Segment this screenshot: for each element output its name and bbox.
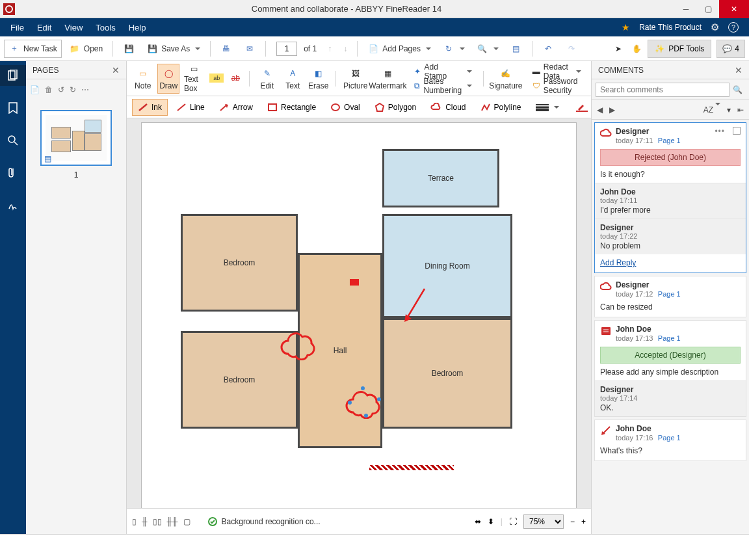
open-button[interactable]: 📁Open: [64, 40, 107, 58]
more-icon[interactable]: •••: [715, 127, 725, 136]
email-button[interactable]: ✉: [239, 40, 260, 58]
comment-page[interactable]: Page 1: [658, 290, 681, 298]
comment-page[interactable]: Page 1: [658, 334, 681, 342]
page-thumbnail[interactable]: ▤: [41, 111, 111, 165]
page-up-button[interactable]: ↑: [323, 40, 336, 58]
menu-tools[interactable]: Tools: [89, 20, 122, 35]
annotation-cloud-2[interactable]: [343, 383, 386, 419]
nav-pages[interactable]: [0, 65, 26, 86]
new-task-button[interactable]: ＋New Task: [4, 40, 62, 58]
note-tool[interactable]: ▭Note: [132, 64, 153, 94]
polygon-tool[interactable]: Polygon: [369, 99, 422, 116]
close-icon[interactable]: ✕: [735, 65, 742, 75]
edit-tool[interactable]: ✎Edit: [256, 64, 278, 94]
view-continuous-icon[interactable]: ╫: [142, 517, 148, 526]
rotate-button[interactable]: ↻: [438, 40, 469, 58]
saveas-button[interactable]: 💾Save As: [142, 40, 205, 58]
redo-button[interactable]: ↷: [561, 40, 582, 58]
signature-tool[interactable]: ✍Signature: [490, 64, 521, 94]
nav-attachments[interactable]: [0, 163, 26, 183]
next-comment-button[interactable]: ▶: [609, 105, 615, 114]
comments-button[interactable]: 💬4: [716, 40, 745, 58]
undo-button[interactable]: ↶: [538, 40, 558, 58]
erase-tool[interactable]: ◧Erase: [308, 64, 329, 94]
zoom-select[interactable]: 75%: [523, 514, 564, 529]
collapse-button[interactable]: ⇤: [737, 105, 744, 114]
pwdsec-button[interactable]: 🛡Password Security: [528, 79, 586, 92]
annotation-arrow[interactable]: [402, 286, 428, 325]
add-pages-button[interactable]: 📄Add Pages: [363, 40, 436, 58]
save-button[interactable]: 💾: [118, 40, 139, 58]
more-icon[interactable]: ⋯: [81, 85, 89, 94]
ink-tool[interactable]: Ink: [132, 99, 168, 116]
maximize-button[interactable]: ▢: [697, 0, 719, 18]
pointer-button[interactable]: ➤: [611, 40, 626, 58]
search-doc-button[interactable]: 🔍: [472, 40, 503, 58]
rotate-cw-icon[interactable]: ↻: [70, 85, 76, 94]
rotate-ccw-icon[interactable]: ↺: [58, 85, 64, 94]
delete-icon[interactable]: 🗑: [45, 85, 53, 94]
textbox-tool[interactable]: ▭Text Box: [183, 64, 205, 94]
minimize-button[interactable]: ─: [675, 0, 697, 18]
zoom-in-button[interactable]: +: [581, 517, 586, 526]
picture-tool[interactable]: 🖼Picture: [343, 64, 368, 94]
sort-button[interactable]: AZ: [703, 105, 720, 114]
line-style-button[interactable]: [530, 99, 565, 116]
search-input[interactable]: [596, 83, 729, 97]
rate-link[interactable]: Rate This Product: [639, 23, 702, 32]
close-icon[interactable]: ✕: [112, 65, 120, 75]
page-down-button[interactable]: ↓: [339, 40, 352, 58]
print-button[interactable]: 🖶: [216, 40, 237, 58]
annotation-rect[interactable]: [350, 279, 359, 286]
add-page-icon[interactable]: 📄: [30, 85, 40, 94]
comment-page[interactable]: Page 1: [658, 434, 681, 442]
cloud-tool[interactable]: Cloud: [425, 99, 471, 116]
comment-card[interactable]: John Doe today 17:16 Page 1 What's this?: [594, 420, 746, 461]
rect-tool[interactable]: Rectangle: [261, 99, 322, 116]
add-stamp-button[interactable]: ✦Add Stamp: [410, 65, 477, 78]
annotation-cloud-1[interactable]: [278, 325, 317, 360]
gear-icon[interactable]: ⚙: [711, 21, 719, 33]
redact-button[interactable]: ▬Redact Data: [528, 65, 586, 78]
bates-button[interactable]: ⧉Bates Numbering: [410, 79, 477, 92]
comment-card[interactable]: Designer today 17:11 Page 1 ••• Rejected…: [594, 122, 746, 273]
view-thumb-icon[interactable]: ▢: [183, 517, 191, 526]
view-single-icon[interactable]: ▯: [132, 517, 137, 526]
comment-page[interactable]: Page 1: [658, 137, 681, 144]
checkbox[interactable]: [733, 127, 741, 135]
strike-tool[interactable]: ab: [228, 64, 243, 94]
help-icon[interactable]: ?: [728, 22, 739, 33]
line-tool[interactable]: Line: [170, 99, 211, 116]
watermark-tool[interactable]: ▦Watermark: [372, 64, 403, 94]
text-tool[interactable]: AText: [282, 64, 304, 94]
view-facing-icon[interactable]: ▯▯: [153, 517, 162, 526]
fit-page-icon[interactable]: ⬍: [488, 517, 494, 526]
add-reply-link[interactable]: Add Reply: [600, 258, 636, 267]
zoom-out-button[interactable]: −: [570, 517, 575, 526]
view-facing2-icon[interactable]: ╫╫: [167, 517, 178, 526]
oval-tool[interactable]: Oval: [324, 99, 366, 116]
polyline-tool[interactable]: Polyline: [475, 99, 527, 116]
filter-button[interactable]: ▾: [727, 105, 731, 114]
arrow-tool[interactable]: Arrow: [213, 99, 259, 116]
fit-width-icon[interactable]: ⬌: [475, 517, 481, 526]
page-input[interactable]: [276, 42, 297, 56]
menu-view[interactable]: View: [58, 20, 89, 35]
comment-card[interactable]: John Doe today 17:13 Page 1 Accepted (De…: [594, 320, 746, 417]
nav-signatures[interactable]: [0, 195, 26, 216]
highlight-tool[interactable]: ab: [209, 64, 224, 94]
fullscreen-icon[interactable]: ⛶: [509, 517, 517, 526]
close-button[interactable]: ✕: [719, 0, 749, 18]
menu-file[interactable]: File: [4, 20, 31, 35]
nav-search[interactable]: [0, 130, 26, 151]
pdf-tools-button[interactable]: ✨PDF Tools: [648, 40, 711, 58]
nav-bookmarks[interactable]: [0, 98, 26, 118]
hand-button[interactable]: ✋: [627, 40, 646, 58]
comment-card[interactable]: Designer today 17:12 Page 1 Can be resiz…: [594, 276, 746, 317]
canvas[interactable]: Terrace Bedroom Bedroom Hall Dining Room…: [127, 118, 591, 508]
menu-help[interactable]: Help: [122, 20, 153, 35]
search-icon[interactable]: 🔍: [729, 85, 745, 94]
menu-edit[interactable]: Edit: [31, 20, 58, 35]
background-recognition[interactable]: Background recognition co...: [207, 516, 321, 527]
draw-tool[interactable]: ◯Draw: [157, 64, 179, 94]
